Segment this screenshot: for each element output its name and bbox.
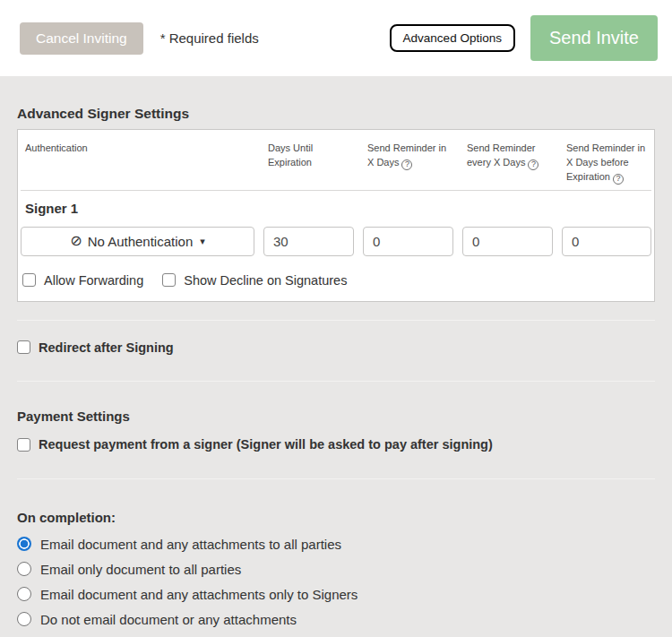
help-icon[interactable]: ? — [401, 159, 412, 170]
send-invite-button[interactable]: Send Invite — [530, 15, 658, 61]
signer-settings-table: Authentication Days Until Expiration Sen… — [17, 129, 655, 302]
radio-label: Email only document to all parties — [40, 562, 241, 577]
column-send-reminder-before-expiration-label: Send Reminder in X Days before Expiratio… — [566, 142, 645, 182]
divider — [17, 478, 655, 479]
column-send-reminder-before-expiration: Send Reminder in X Days before Expiratio… — [562, 141, 651, 185]
help-icon[interactable]: ? — [528, 159, 538, 170]
radio-icon[interactable] — [17, 537, 31, 551]
column-send-reminder-every-days: Send Reminder every X Days? — [462, 141, 553, 170]
divider — [17, 320, 655, 321]
radio-email-document-and-attachments-signers-only[interactable]: Email document and any attachments only … — [17, 587, 655, 602]
request-payment-checkbox[interactable]: Request payment from a signer (Signer wi… — [17, 437, 493, 452]
cancel-inviting-button[interactable]: Cancel Inviting — [20, 22, 143, 55]
invite-toolbar: Cancel Inviting * Required fields Advanc… — [0, 0, 672, 76]
help-icon[interactable]: ? — [613, 174, 624, 185]
authentication-dropdown[interactable]: ⊘ No Authentication ▾ — [21, 227, 254, 256]
payment-settings-title: Payment Settings — [17, 409, 655, 424]
no-authentication-icon: ⊘ — [70, 234, 82, 248]
signer-controls-row: ⊘ No Authentication ▾ — [21, 227, 651, 256]
redirect-after-signing-label: Redirect after Signing — [39, 340, 174, 355]
column-days-until-expiration-label: Days Until Expiration — [268, 142, 313, 168]
signer-checkboxes-row: Allow Forwarding Show Decline on Signatu… — [21, 273, 651, 301]
column-days-until-expiration: Days Until Expiration — [263, 141, 354, 169]
radio-label: Do not email document or any attachments — [40, 612, 297, 627]
radio-label: Email document and any attachments only … — [40, 587, 358, 602]
send-reminder-in-days-input[interactable] — [363, 227, 453, 256]
column-authentication: Authentication — [21, 141, 254, 155]
divider — [17, 381, 655, 382]
request-payment-label: Request payment from a signer (Signer wi… — [39, 437, 493, 452]
radio-label: Email document and any attachments to al… — [40, 537, 341, 552]
payment-section: Request payment from a signer (Signer wi… — [17, 437, 655, 455]
redirect-section: Redirect after Signing — [17, 340, 655, 358]
radio-email-document-and-attachments-all-parties[interactable]: Email document and any attachments to al… — [17, 537, 655, 552]
on-completion-title: On completion: — [17, 510, 655, 525]
checkbox-icon[interactable] — [22, 273, 36, 287]
radio-icon[interactable] — [17, 587, 31, 601]
signer-name: Signer 1 — [21, 191, 651, 216]
advanced-options-button[interactable]: Advanced Options — [390, 24, 515, 52]
completion-options: Email document and any attachments to al… — [17, 537, 655, 627]
allow-forwarding-checkbox[interactable]: Allow Forwarding — [22, 273, 143, 288]
advanced-options-panel: Advanced Signer Settings Authentication … — [0, 106, 672, 627]
column-send-reminder-in-days: Send Reminder in X Days? — [363, 141, 453, 170]
radio-email-only-document-all-parties[interactable]: Email only document to all parties — [17, 562, 655, 577]
show-decline-checkbox[interactable]: Show Decline on Signatures — [162, 273, 347, 288]
redirect-after-signing-checkbox[interactable]: Redirect after Signing — [17, 340, 174, 355]
show-decline-label: Show Decline on Signatures — [184, 273, 347, 288]
checkbox-icon[interactable] — [162, 273, 176, 287]
checkbox-icon[interactable] — [17, 340, 30, 354]
allow-forwarding-label: Allow Forwarding — [44, 273, 143, 288]
chevron-down-icon: ▾ — [200, 237, 205, 246]
signer-table-header: Authentication Days Until Expiration Sen… — [21, 130, 651, 191]
send-reminder-every-days-input[interactable] — [462, 227, 553, 256]
radio-icon[interactable] — [17, 562, 31, 576]
radio-do-not-email-document[interactable]: Do not email document or any attachments — [17, 612, 655, 627]
checkbox-icon[interactable] — [17, 438, 30, 452]
column-send-reminder-every-days-label: Send Reminder every X Days — [467, 142, 535, 168]
radio-icon[interactable] — [17, 612, 31, 626]
authentication-dropdown-label: No Authentication — [88, 234, 194, 249]
send-reminder-before-expiration-input[interactable] — [562, 227, 651, 256]
advanced-signer-settings-title: Advanced Signer Settings — [17, 106, 655, 122]
required-fields-note: * Required fields — [160, 30, 259, 46]
days-until-expiration-input[interactable] — [263, 227, 354, 256]
column-authentication-label: Authentication — [25, 142, 88, 153]
